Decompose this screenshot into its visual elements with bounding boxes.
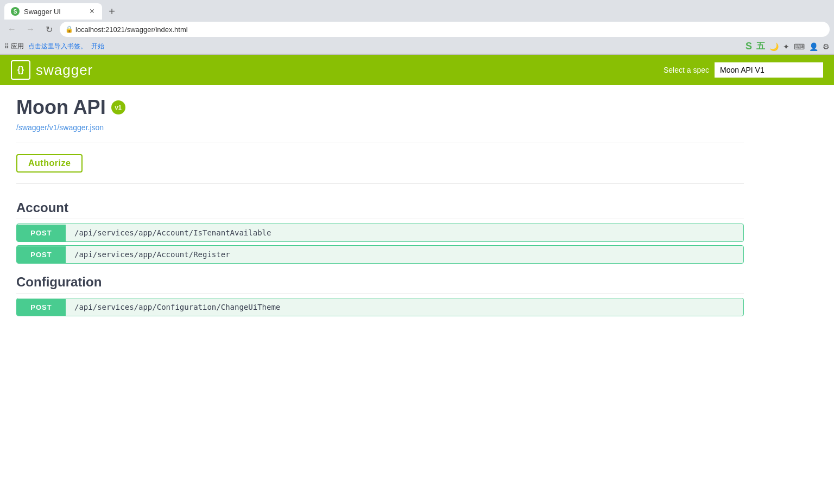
new-tab-button[interactable]: + (104, 4, 119, 19)
address-bar-row: ← → ↻ 🔒 localhost:21021/swagger/index.ht… (0, 20, 834, 39)
forward-button[interactable]: → (23, 22, 38, 37)
api-title-row: Moon API v1 (16, 96, 744, 119)
swagger-logo: {} swagger (11, 60, 93, 80)
api-group-configuration: ConfigurationPOST/api/services/app/Confi… (16, 269, 744, 316)
address-bar[interactable]: 🔒 localhost:21021/swagger/index.html (60, 22, 830, 37)
tab-bar: S Swagger UI × + (0, 0, 834, 20)
apps-icon: ⠿ (4, 43, 9, 50)
start-link[interactable]: 开始 (91, 42, 104, 51)
api-group-account: AccountPOST/api/services/app/Account/IsT… (16, 195, 744, 264)
endpoint-row[interactable]: POST/api/services/app/Account/IsTenantAv… (16, 224, 744, 242)
browser-chrome: S Swagger UI × + ← → ↻ 🔒 localhost:21021… (0, 0, 834, 55)
toolbar-icon-1: S (745, 41, 752, 52)
tab-title: Swagger UI (24, 8, 84, 16)
reload-button[interactable]: ↻ (41, 22, 56, 37)
swagger-logo-icon: {} (11, 60, 30, 80)
apps-button[interactable]: ⠿ 应用 (4, 42, 24, 51)
url-text: localhost:21021/swagger/index.html (75, 25, 188, 34)
active-tab[interactable]: S Swagger UI × (4, 3, 102, 20)
spec-selector-input[interactable] (715, 62, 823, 78)
toolbar-icon-3: 🌙 (769, 42, 779, 51)
bookmarks-bar: ⠿ 应用 点击这里导入书签。 开始 S 五 🌙 ✦ ⌨ 👤 ⚙ (0, 39, 834, 54)
swagger-header: {} swagger Select a spec (0, 55, 834, 85)
swagger-logo-braces: {} (17, 65, 24, 75)
apps-label: 应用 (11, 42, 24, 51)
toolbar-icon-7: ⚙ (823, 42, 830, 51)
divider-1 (16, 143, 744, 143)
endpoint-path: /api/services/app/Configuration/ChangeUi… (66, 298, 289, 316)
swagger-spec-selector: Select a spec (664, 62, 823, 78)
toolbar-icon-5: ⌨ (794, 42, 805, 51)
tab-close-button[interactable]: × (89, 7, 96, 16)
swagger-json-link[interactable]: /swagger/v1/swagger.json (16, 123, 104, 132)
spec-selector-label: Select a spec (664, 66, 709, 74)
endpoint-path: /api/services/app/Account/Register (66, 246, 239, 263)
method-badge: POST (17, 246, 66, 263)
api-title: Moon API (16, 96, 106, 119)
endpoint-row[interactable]: POST/api/services/app/Account/Register (16, 245, 744, 264)
main-content: Moon API v1 /swagger/v1/swagger.json Aut… (0, 85, 760, 333)
toolbar-icon-6: 👤 (809, 42, 818, 51)
api-group-title: Account (16, 195, 744, 219)
method-badge: POST (17, 299, 66, 316)
method-badge: POST (17, 225, 66, 241)
endpoint-path: /api/services/app/Account/IsTenantAvaila… (66, 224, 280, 241)
lock-icon: 🔒 (65, 25, 73, 33)
tab-favicon: S (11, 7, 20, 16)
toolbar-icon-4: ✦ (783, 42, 789, 51)
import-bookmarks-link[interactable]: 点击这里导入书签。 (28, 42, 87, 51)
api-version-badge: v1 (111, 100, 125, 114)
api-group-title: Configuration (16, 269, 744, 294)
authorize-button[interactable]: Authorize (16, 154, 83, 173)
endpoint-row[interactable]: POST/api/services/app/Configuration/Chan… (16, 298, 744, 316)
swagger-logo-text: swagger (36, 62, 93, 79)
api-groups-container: AccountPOST/api/services/app/Account/IsT… (16, 195, 744, 316)
divider-2 (16, 183, 744, 184)
back-button[interactable]: ← (4, 22, 20, 37)
toolbar-icon-2: 五 (756, 41, 765, 52)
